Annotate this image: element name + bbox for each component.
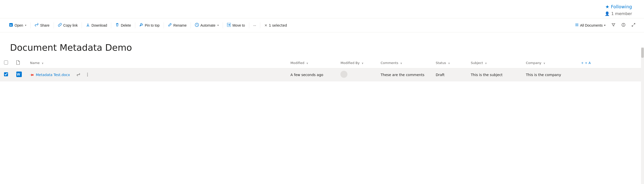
download-icon xyxy=(86,23,90,28)
row-checkbox[interactable] xyxy=(4,72,8,76)
automate-dropdown-arrow: ▾ xyxy=(217,24,219,27)
close-selection-icon[interactable]: ✕ xyxy=(264,23,267,27)
info-button[interactable] xyxy=(619,21,628,30)
select-all-checkbox[interactable] xyxy=(4,60,8,65)
modified-by-col-header[interactable]: Modified By ∨ xyxy=(336,58,376,68)
status-col-header[interactable]: Status ∨ xyxy=(432,58,467,68)
company-col-header[interactable]: Company ∨ xyxy=(522,58,577,68)
company-cell: This is the company xyxy=(522,68,577,81)
more-row-button[interactable]: ⋮ xyxy=(84,71,91,78)
separator-3 xyxy=(82,22,82,28)
modified-by-sort-icon: ∨ xyxy=(362,62,363,65)
scrollbar-thumb[interactable] xyxy=(641,48,644,58)
automate-icon xyxy=(195,23,199,28)
modified-by-avatar xyxy=(340,71,347,78)
delete-button[interactable]: Delete xyxy=(112,18,134,32)
right-toolbar: All Documents ▾ xyxy=(573,20,638,30)
delete-label: Delete xyxy=(121,23,131,27)
separator-10 xyxy=(260,22,260,28)
name-col-header[interactable]: Name ∨ xyxy=(26,58,286,68)
name-col-label: Name xyxy=(30,61,40,65)
command-bar: W Open ▾ Share Copy link Download Delete xyxy=(0,18,644,32)
comments-col-label: Comments xyxy=(380,61,398,65)
separator-4 xyxy=(111,22,111,28)
star-icon: ★ xyxy=(605,4,609,9)
separator-9 xyxy=(249,22,249,28)
list-view-icon xyxy=(575,23,579,27)
automate-label: Automate xyxy=(200,23,215,27)
add-col-label: + A xyxy=(585,61,591,65)
open-button[interactable]: W Open ▾ xyxy=(6,18,29,32)
move-to-icon xyxy=(227,23,231,28)
modified-sort-icon: ∨ xyxy=(306,62,308,65)
move-to-label: Move to xyxy=(232,23,245,27)
subject-col-header[interactable]: Subject ∨ xyxy=(467,58,522,68)
status-sort-icon: ∨ xyxy=(448,62,450,65)
modified-by-col-label: Modified By xyxy=(340,61,359,65)
move-to-button[interactable]: Move to xyxy=(224,18,248,32)
add-column-button[interactable]: + + A xyxy=(581,61,640,65)
rename-button[interactable]: Rename xyxy=(165,18,190,32)
automate-button[interactable]: Automate ▾ xyxy=(192,18,222,32)
member-row: 👤 1 member xyxy=(603,11,634,16)
modified-col-header[interactable]: Modified ∨ xyxy=(286,58,336,68)
company-sort-icon: ∨ xyxy=(543,62,545,65)
word-icon-small: W xyxy=(9,23,13,28)
open-dropdown-arrow: ▾ xyxy=(25,24,26,27)
comments-col-header[interactable]: Comments ∨ xyxy=(376,58,432,68)
following-button[interactable]: ★ Following xyxy=(603,3,634,10)
following-label: Following xyxy=(611,4,632,9)
selected-count-area: ✕ 1 selected xyxy=(261,18,290,32)
checkbox-col-header[interactable] xyxy=(0,58,12,68)
filter-button[interactable] xyxy=(609,21,618,30)
member-count: 1 member xyxy=(611,11,632,16)
pin-to-top-button[interactable]: Pin to top xyxy=(136,18,163,32)
person-icon: 👤 xyxy=(605,11,610,16)
share-icon xyxy=(35,23,39,28)
share-row-button[interactable] xyxy=(75,71,82,78)
modified-col-label: Modified xyxy=(290,61,304,65)
status-cell: Draft xyxy=(432,68,467,81)
subject-sort-icon: ∨ xyxy=(485,62,487,65)
separator-5 xyxy=(135,22,135,28)
delete-icon xyxy=(115,23,119,28)
share-button[interactable]: Share xyxy=(32,18,52,32)
separator-7 xyxy=(191,22,191,28)
subject-cell: This is the subject xyxy=(467,68,522,81)
comments-sort-icon: ∨ xyxy=(400,62,402,65)
rename-icon xyxy=(168,23,172,28)
page-title: Document Metadata Demo xyxy=(10,42,634,53)
modified-by-cell xyxy=(336,68,376,81)
svg-point-4 xyxy=(623,24,624,24)
copy-link-button[interactable]: Copy link xyxy=(55,18,81,32)
share-label: Share xyxy=(40,23,49,27)
all-documents-button[interactable]: All Documents ▾ xyxy=(573,20,608,30)
file-name-content: 📌 Metadata Test.docx ⋮ xyxy=(30,71,282,78)
svg-text:W: W xyxy=(17,72,20,76)
table-row: W 📌 Metadata Test.docx ⋮ A xyxy=(0,68,644,81)
file-name-link[interactable]: Metadata Test.docx xyxy=(36,73,70,77)
copy-link-icon xyxy=(58,23,62,28)
top-bar: ★ Following 👤 1 member xyxy=(0,0,644,18)
open-label: Open xyxy=(15,23,23,27)
row-ellipsis-icon: ⋮ xyxy=(85,72,90,77)
add-col-header[interactable]: + + A xyxy=(577,58,644,68)
comments-cell: These are the comments xyxy=(376,68,432,81)
extra-col-cell xyxy=(577,68,644,81)
name-sort-icon: ∨ xyxy=(42,62,44,65)
file-type-cell: W xyxy=(12,68,26,81)
selected-count-label: 1 selected xyxy=(269,23,287,27)
expand-button[interactable] xyxy=(629,21,638,30)
table-header-row: Name ∨ Modified ∨ Modified By ∨ Comments… xyxy=(0,58,644,68)
more-button[interactable]: ··· xyxy=(250,18,259,32)
separator-8 xyxy=(223,22,223,28)
pin-indicator-icon: 📌 xyxy=(29,72,35,77)
subject-col-label: Subject xyxy=(471,61,483,65)
download-button[interactable]: Download xyxy=(83,18,110,32)
row-checkbox-cell xyxy=(0,68,12,81)
company-col-label: Company xyxy=(526,61,541,65)
svg-text:W: W xyxy=(10,24,12,26)
page-title-area: Document Metadata Demo xyxy=(0,32,644,58)
document-table-container: Name ∨ Modified ∨ Modified By ∨ Comments… xyxy=(0,58,644,81)
scrollbar-track[interactable] xyxy=(641,47,644,184)
